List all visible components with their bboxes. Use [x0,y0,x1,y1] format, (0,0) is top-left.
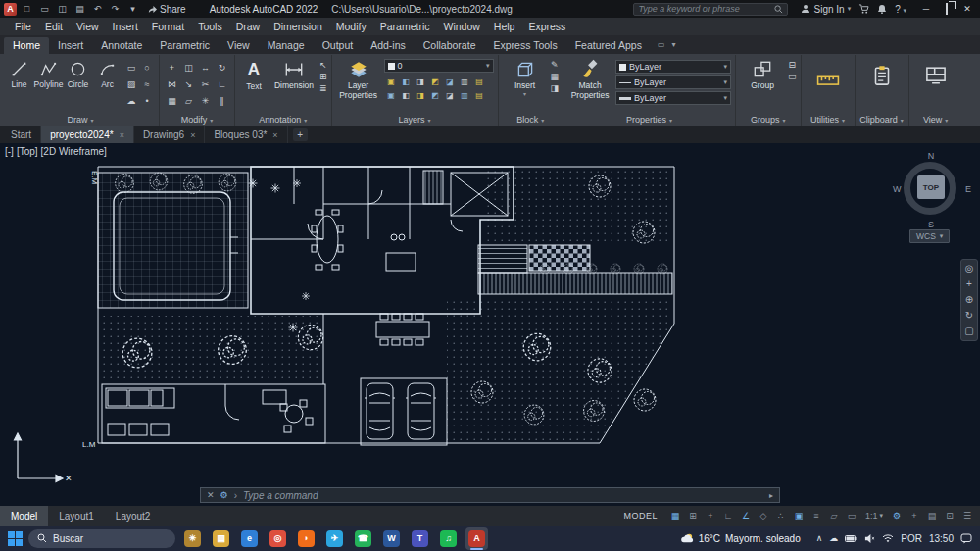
trim-tool-icon[interactable]: ✂ [197,75,214,92]
file-tab[interactable]: proyecto2024* × [41,126,134,143]
copy-tool-icon[interactable]: ◫ [180,59,197,75]
menu-item[interactable]: Dimension [267,18,329,35]
table-tool-icon[interactable]: ⊞ [319,72,327,81]
layer-prev-icon[interactable]: ▤ [472,75,487,88]
onedrive-cloud-icon[interactable]: ☁ [829,533,838,543]
share-button[interactable]: Share [143,4,191,15]
ribbon-tab[interactable]: Output [314,37,363,54]
menu-item[interactable]: Help [487,18,522,35]
layer-match-icon[interactable]: ▥ [458,75,472,88]
help-search-input[interactable] [638,4,771,14]
viewcube-east[interactable]: E [965,184,971,194]
offset-tool-icon[interactable]: ∥ [214,92,230,109]
ellipse-tool-icon[interactable]: ○ [139,59,155,75]
viewport-menu-button[interactable]: [-] [5,146,14,157]
layout-tab[interactable]: Layout1 [48,506,105,526]
notification-bell-icon[interactable] [877,4,887,14]
view-button[interactable] [913,57,958,113]
language-indicator[interactable]: POR [901,533,922,544]
ungroup-icon[interactable]: ⊟ [788,60,797,70]
layer-freeze-icon[interactable]: ◨ [414,75,428,88]
ribbon-tab[interactable]: Home [4,37,49,54]
create-block-icon[interactable]: ✎ [551,60,560,70]
view-panel-label[interactable]: View▾ [909,113,962,126]
edit-block-icon[interactable]: ▦ [551,72,560,81]
menu-item[interactable]: Parametric [373,18,437,35]
ribbon-tab[interactable]: Manage [259,37,314,54]
annotation-panel-label[interactable]: Annotation▾ [235,113,331,126]
command-close-icon[interactable]: ✕ [207,490,215,500]
minimize-button[interactable]: ─ [920,4,932,14]
layer-select-combo[interactable]: 0 ▾ [384,59,494,73]
viewcube-west[interactable]: W [893,184,902,194]
new-drawing-tab-button[interactable]: + [293,128,308,141]
menu-item[interactable]: Draw [229,18,268,35]
annotation-scale-button[interactable]: 1:1▾ [861,511,887,521]
quick-access-caret-icon[interactable]: ▾ [125,4,140,14]
widget-gold-icon[interactable]: ✳ [181,527,204,550]
dimension-tool-button[interactable]: Dimension [271,57,317,113]
object-snap-toggle[interactable]: ▣ [791,509,807,524]
lineweight-combo[interactable]: ByLayer ▾ [615,91,731,105]
text-tool-button[interactable]: A Text [239,57,269,113]
menu-item[interactable]: File [8,18,38,35]
isometric-drafting-toggle[interactable]: ◇ [756,509,771,524]
array-tool-icon[interactable]: ▦ [164,92,180,109]
modify-panel-label[interactable]: Modify▾ [160,113,234,126]
whatsapp-icon[interactable]: ☎ [352,527,374,550]
save-icon[interactable]: ◫ [55,4,70,14]
zoom-icon[interactable]: ⊕ [965,294,973,306]
linetype-combo[interactable]: ByLayer ▾ [615,75,731,89]
layer-unlock-icon[interactable]: ▥ [458,88,472,102]
circle-tool-button[interactable]: Circle [65,57,91,113]
customize-status-icon[interactable]: ☰ [959,509,975,524]
open-icon[interactable]: ▭ [37,4,52,14]
grid-display-toggle[interactable]: ▦ [667,509,683,524]
menu-item[interactable]: Edit [38,18,70,35]
explode-tool-icon[interactable]: ✳ [197,92,214,109]
close-tab-icon[interactable]: × [190,130,195,140]
ribbon-tab[interactable]: Parametric [151,37,219,54]
rotate-tool-icon[interactable]: ↻ [214,59,230,75]
polyline-tool-button[interactable]: Polyline [35,57,62,113]
spotify-icon[interactable]: ♫ [437,527,460,550]
command-prompt[interactable]: › Type a command [234,490,318,501]
osnap-tracking-toggle[interactable]: ∴ [773,509,789,524]
layer-delete-icon[interactable]: ◪ [443,88,458,102]
polar-tracking-toggle[interactable]: ∠ [738,509,754,524]
ribbon-tab[interactable]: Insert [49,37,92,54]
properties-panel-label[interactable]: Properties▾ [564,113,735,126]
layer-state-icon[interactable]: ▣ [384,75,399,88]
block-attributes-icon[interactable]: ◨ [551,83,560,93]
restore-button[interactable] [941,4,953,14]
group-button[interactable]: Group [740,57,785,113]
clipboard-button[interactable] [859,57,905,113]
dynamic-input-toggle[interactable]: + [703,509,718,524]
point-tool-icon[interactable]: • [139,92,155,109]
search-icon[interactable] [774,5,783,14]
leader-tool-icon[interactable]: ↖ [319,60,327,70]
groups-panel-label[interactable]: Groups▾ [736,113,801,126]
layer-walk-icon[interactable]: ▣ [384,88,399,102]
layer-current-icon[interactable]: ▤ [472,88,487,102]
revision-cloud-tool-icon[interactable]: ☁ [123,92,139,109]
mirror-tool-icon[interactable]: ⋈ [164,75,180,92]
utilities-panel-label[interactable]: Utilities▾ [802,113,855,126]
wcs-menu[interactable]: WCS▾ [909,229,950,243]
volume-mute-icon[interactable] [864,533,875,544]
layer-on-icon[interactable]: ◨ [414,88,428,102]
model-space-label[interactable]: MODEL [623,511,658,521]
autocad-icon[interactable]: A [466,527,488,550]
orbit-icon[interactable]: ↻ [965,310,973,322]
layer-lock-icon[interactable]: ◩ [428,75,443,88]
hatch-tool-icon[interactable]: ▨ [123,75,139,92]
spline-tool-icon[interactable]: ≈ [139,75,155,92]
layer-thaw-icon[interactable]: ◧ [399,88,414,102]
insert-block-button[interactable]: Insert ▾ [503,57,548,113]
move-tool-icon[interactable]: + [164,59,180,75]
group-edit-icon[interactable]: ▭ [788,72,797,81]
ribbon-minimize-icon[interactable]: ▭ [658,40,665,49]
taskbar-search-box[interactable]: Buscar [28,529,175,548]
plot-icon[interactable]: ▤ [73,4,87,14]
layer-properties-button[interactable]: Layer Properties [336,57,381,113]
